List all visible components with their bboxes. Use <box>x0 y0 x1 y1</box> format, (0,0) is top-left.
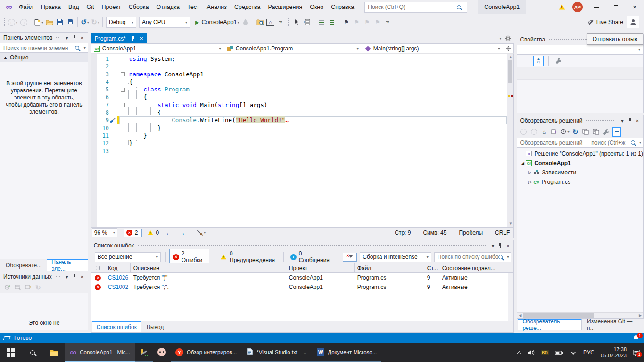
zoom-dropdown[interactable]: 96 % ▾ <box>92 228 117 237</box>
code-line-5[interactable]: 5 class Program <box>97 86 507 93</box>
solution-explorer-pin-icon[interactable] <box>626 117 634 124</box>
code-cleanup-broom-icon[interactable]: ▾ <box>195 227 206 239</box>
spaces-indicator[interactable]: Пробелы <box>459 230 483 236</box>
menubar-item-12[interactable]: Справка <box>327 0 358 14</box>
quick-actions-screwdriver-icon[interactable] <box>109 116 117 124</box>
error-list-close-icon[interactable]: × <box>504 242 512 249</box>
previous-issue-arrow-icon[interactable]: ← <box>165 229 172 237</box>
code-line-8[interactable]: 8 { <box>97 109 507 116</box>
undo-icon[interactable]: ↺▾ <box>80 16 90 28</box>
clear-filters-button[interactable] <box>343 253 357 262</box>
configure-data-source-icon[interactable] <box>15 284 21 290</box>
expand-expander-icon[interactable]: ▷ <box>527 180 533 184</box>
browser-home-icon[interactable]: ⌂ <box>265 16 276 28</box>
error-row-CS1026[interactable]: ×CS1026Требуется ")"ConsoleApp1Program.c… <box>91 273 514 282</box>
file-column-header[interactable]: Файл <box>355 263 424 272</box>
battery-icon[interactable] <box>555 350 563 355</box>
solution-search-input[interactable]: Обозреватель решений — поиск (Ctrl+ж ▾ <box>517 138 643 148</box>
tree-item-1[interactable]: ◢C#ConsoleApp1 <box>517 158 643 168</box>
editor-settings-gear-icon[interactable] <box>505 35 511 41</box>
taskbar-app-word[interactable]: WДокумент Microso... <box>312 343 381 362</box>
property-pages-wrench-icon[interactable] <box>553 56 564 66</box>
code-line-10[interactable]: 10 } <box>97 124 507 132</box>
intellisense-filter-dropdown[interactable]: Сборка и IntelliSense▾ <box>360 252 431 262</box>
editor-errors-indicator[interactable]: × 2 <box>124 229 142 237</box>
error-row-CS1002[interactable]: ×CS1002Требуется ";".ConsoleApp1Program.… <box>91 282 514 292</box>
find-in-files-icon[interactable] <box>255 16 265 28</box>
bottom-panel-tab-1[interactable]: Вывод <box>142 321 168 332</box>
next-issue-arrow-icon[interactable]: → <box>179 229 185 237</box>
data-sources-titlebar[interactable]: Источники данных ▾ × <box>0 272 88 282</box>
show-all-files-icon[interactable] <box>612 127 621 137</box>
new-file-icon[interactable]: ▾ <box>33 16 44 28</box>
tab-pin-icon[interactable] <box>129 35 137 42</box>
error-code-link[interactable]: CS1002 <box>105 284 131 290</box>
right-dock-tab-0[interactable]: Обозреватель реше... <box>518 319 582 330</box>
file-explorer-button[interactable] <box>43 343 65 362</box>
menubar-item-9[interactable]: Средства <box>231 0 264 14</box>
select-element-icon[interactable] <box>291 16 302 28</box>
action-center-button[interactable]: 1 <box>633 349 640 356</box>
severity-column-header[interactable] <box>91 263 105 272</box>
split-editor-button[interactable] <box>503 44 513 53</box>
toolbar-overflow-icon[interactable]: ▾ <box>276 16 286 28</box>
error-list-search-input[interactable]: Поиск по списку ошибо ▾ <box>434 252 512 262</box>
expand-expander-icon[interactable]: ▷ <box>527 170 533 175</box>
menubar-item-4[interactable]: Проект <box>98 0 125 14</box>
volume-icon[interactable] <box>528 350 535 355</box>
taskbar-search-button[interactable] <box>22 343 43 362</box>
tab-close-icon[interactable]: × <box>140 35 143 42</box>
toolbox-group-header[interactable]: ▲ Общие <box>0 53 88 62</box>
editor-vertical-scrollbar[interactable]: ▲ ▼ <box>507 54 513 227</box>
document-tab-program-cs[interactable]: Program.cs* × <box>91 33 147 43</box>
taskbar-app-visual-studio[interactable]: ∞ConsoleApp1 - Mic... <box>65 343 135 362</box>
solution-horizontal-scrollbar[interactable]: ◀ ▶ <box>517 312 643 318</box>
line-ending-indicator[interactable]: CRLF <box>495 230 510 236</box>
scroll-left-icon[interactable]: ◀ <box>517 313 523 318</box>
fold-collapse-icon[interactable] <box>119 86 127 93</box>
tree-item-0[interactable]: ∞Решение "ConsoleApp1" (проекты: 1 из 1) <box>517 149 643 158</box>
pending-changes-filter-icon[interactable]: ▾ <box>561 127 569 137</box>
code-line-11[interactable]: 11 } <box>97 132 507 140</box>
save-all-icon[interactable] <box>65 16 75 28</box>
toolbox-options-icon[interactable]: ▾ <box>63 34 71 41</box>
maximize-button[interactable] <box>606 0 625 14</box>
taskbar-app-tools[interactable] <box>135 343 153 362</box>
forward-icon[interactable]: → <box>529 127 538 137</box>
bottom-panel-tab-0[interactable]: Список ошибок <box>92 321 141 332</box>
code-line-4[interactable]: 4{ <box>97 78 507 86</box>
error-code-link[interactable]: CS1026 <box>105 274 131 281</box>
clock[interactable]: 17:38 05.02.2023 <box>601 346 627 359</box>
edit-data-source-icon[interactable] <box>25 284 32 290</box>
navigate-forward-icon[interactable]: → <box>18 16 29 28</box>
toolbox-search-input[interactable]: Поиск по панели элемен ▾ <box>0 43 88 53</box>
back-icon[interactable]: ← <box>519 127 528 137</box>
toggle-bookmark-icon[interactable]: ⚑ <box>341 16 352 28</box>
toolbox-close-icon[interactable]: × <box>78 34 86 41</box>
line-indicator[interactable]: Стр: 9 <box>395 230 411 236</box>
start-debug-button[interactable]: ▶ ConsoleApp1 ▾ <box>194 16 240 28</box>
left-dock-tab-1[interactable]: Панель эле... <box>47 259 88 271</box>
taskbar-app-isaac[interactable] <box>153 343 171 362</box>
start-button[interactable] <box>0 343 22 362</box>
project-dropdown[interactable]: C# ConsoleApp1 ▾ <box>91 44 224 53</box>
data-sources-close-icon[interactable]: × <box>78 273 86 280</box>
code-line-9[interactable]: 9 Console.WriteLine("Hello World!"~ <box>97 116 507 124</box>
toolbox-pin-icon[interactable] <box>71 34 78 41</box>
minimize-button[interactable] <box>587 0 606 14</box>
close-button[interactable]: × <box>625 0 644 14</box>
battery-percent-indicator[interactable]: 60 <box>541 350 549 355</box>
scrollbar-thumb[interactable] <box>508 60 512 83</box>
tab-list-dropdown-icon[interactable]: ▾ <box>499 36 501 41</box>
menubar-item-7[interactable]: Тест <box>183 0 203 14</box>
scrollbar-thumb[interactable] <box>523 313 594 318</box>
code-editor[interactable]: 1using System;23namespace ConsoleApp14{5… <box>91 54 514 227</box>
code-line-12[interactable]: 12} <box>97 140 507 147</box>
tree-item-3[interactable]: ▷C#Program.cs <box>517 177 643 187</box>
taskbar-app-yandex-browser[interactable]: YОбзор интегриров... <box>171 343 241 362</box>
description-column-header[interactable]: Описание <box>131 263 286 272</box>
scroll-right-icon[interactable]: ▶ <box>637 313 643 318</box>
clear-bookmarks-icon[interactable]: ⚑ <box>372 16 383 28</box>
code-line-6[interactable]: 6 { <box>97 93 507 101</box>
taskbar-app-notepad[interactable]: *Visual Studio.txt – ... <box>241 343 312 362</box>
